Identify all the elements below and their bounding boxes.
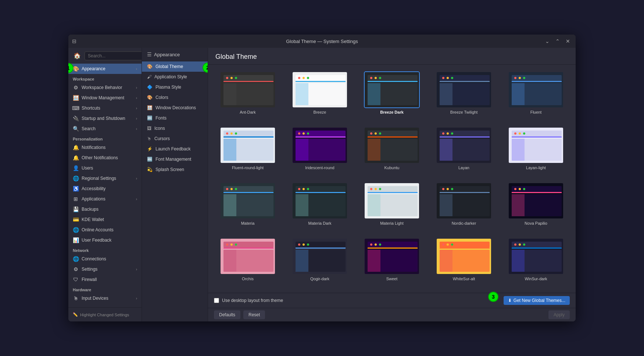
middle-item-font-management[interactable]: 🔤 Font Management <box>142 154 208 164</box>
sidebar-item-appearance[interactable]: 🎨 Appearance › 1 <box>68 64 142 74</box>
sidebar-item-label: KDE Wallet <box>82 217 104 222</box>
font-mgmt-icon: 🔤 <box>147 157 153 162</box>
svg-rect-76 <box>512 139 525 161</box>
sidebar-item-startup-shutdown[interactable]: 🔌 Startup and Shutdown › <box>68 113 142 124</box>
theme-card-orchis[interactable]: Orchis <box>214 236 282 288</box>
sidebar-item-other-notifications[interactable]: 🔔 Other Notifications <box>68 153 142 163</box>
theme-card-fluent-round-light[interactable]: Fluent-round-light <box>214 125 282 177</box>
theme-thumbnail-breeze-twilight <box>436 71 492 108</box>
sidebar-item-backups[interactable]: 💾 Backups <box>68 204 142 214</box>
middle-item-application-style[interactable]: 🖌 Application Style <box>142 72 208 82</box>
hardware-section-header: Hardware <box>68 285 142 293</box>
sidebar-item-regional-settings[interactable]: 🌐 Regional Settings › <box>68 173 142 184</box>
sidebar-item-kde-wallet[interactable]: 💳 KDE Wallet <box>68 214 142 225</box>
chevron-icon: › <box>136 86 137 90</box>
theme-name-fluent-round-light: Fluent-round-light <box>232 165 264 170</box>
svg-rect-74 <box>512 136 562 138</box>
input-devices-icon: 🖱 <box>73 295 79 301</box>
sidebar-item-accessibility[interactable]: ♿ Accessibility <box>68 184 142 194</box>
accessibility-icon: ♿ <box>73 186 79 192</box>
sidebar-item-shortcuts[interactable]: ⌨ Shortcuts › <box>68 103 142 113</box>
svg-point-117 <box>514 188 516 190</box>
middle-item-icons[interactable]: 🖼 Icons <box>142 123 208 134</box>
svg-point-126 <box>230 243 233 246</box>
theme-card-nova-papilio[interactable]: Nova Papilio <box>502 181 570 232</box>
theme-card-layan[interactable]: Layan <box>430 125 498 177</box>
theme-card-kubuntu[interactable]: Kubuntu <box>358 125 426 177</box>
theme-thumbnail-winsur-dark <box>508 238 564 275</box>
sidebar-item-label: Users <box>82 165 93 171</box>
fonts-icon: 🔤 <box>147 115 153 121</box>
sidebar-item-settings[interactable]: ⚙ Settings › <box>68 264 142 274</box>
middle-item-cursors[interactable]: 🖱 Cursors <box>142 134 208 144</box>
theme-card-breeze-dark[interactable]: Breeze Dark <box>358 70 426 121</box>
theme-card-sweet[interactable]: Sweet <box>358 236 426 288</box>
desktop-layout-checkbox[interactable] <box>214 298 219 303</box>
sidebar-item-firewall[interactable]: 🛡 Firewall <box>68 274 142 285</box>
svg-rect-140 <box>368 250 380 272</box>
svg-rect-50 <box>296 136 346 138</box>
svg-point-85 <box>226 188 228 190</box>
svg-point-21 <box>370 77 372 79</box>
sidebar-item-window-management[interactable]: 🪟 Window Management › <box>68 93 142 103</box>
svg-point-133 <box>298 243 300 246</box>
reset-button[interactable]: Reset <box>243 310 265 319</box>
svg-rect-58 <box>368 136 418 138</box>
sidebar-item-connections[interactable]: 🌐 Connections <box>68 254 142 264</box>
svg-point-45 <box>226 132 228 135</box>
theme-card-nordic-darker[interactable]: Nordic-darker <box>430 181 498 232</box>
middle-item-plasma-style[interactable]: 🔷 Plasma Style <box>142 82 208 92</box>
search-input[interactable] <box>85 51 142 60</box>
defaults-button[interactable]: Defaults <box>214 310 240 319</box>
theme-card-layan-light[interactable]: Layan-light <box>502 125 570 177</box>
sidebar-item-workspace-behavior[interactable]: ⚙ Workspace Behavior › <box>68 82 142 93</box>
desktop-layout-label: Use desktop layout from theme <box>222 298 501 303</box>
sidebar-item-online-accounts[interactable]: 🌐 Online Accounts <box>68 225 142 235</box>
sidebar: 🏠 🎨 Appearance › 1 Workspace ⚙ Workspace… <box>68 48 142 321</box>
apply-button[interactable]: Apply <box>548 310 570 319</box>
middle-item-fonts[interactable]: 🔤 Fonts <box>142 113 208 123</box>
home-button[interactable]: 🏠 <box>72 51 82 61</box>
settings-icon: ⚙ <box>73 266 79 272</box>
connections-icon: 🌐 <box>73 256 79 262</box>
theme-card-ant-dark[interactable]: Ant-Dark <box>214 70 282 121</box>
middle-item-splash-screen[interactable]: 💫 Splash Screen <box>142 164 208 175</box>
svg-point-102 <box>375 188 377 190</box>
minimize-button[interactable]: ⌄ <box>543 38 551 45</box>
sidebar-item-input-devices[interactable]: 🖱 Input Devices › <box>68 293 142 303</box>
main-title: Global Theme <box>215 53 568 61</box>
theme-card-breeze[interactable]: Breeze <box>286 70 354 121</box>
maximize-button[interactable]: ⌃ <box>554 38 562 45</box>
theme-card-materia-dark[interactable]: Materia Dark <box>286 181 354 232</box>
theme-card-whitesur-alt[interactable]: WhiteSur-alt <box>430 236 498 288</box>
theme-card-winsur-dark[interactable]: WinSur-dark <box>502 236 570 288</box>
theme-card-qogir-dark[interactable]: Qogir-dark <box>286 236 354 288</box>
user-feedback-icon: 📊 <box>73 237 79 243</box>
sidebar-item-users[interactable]: 👤 Users <box>68 163 142 173</box>
theme-thumbnail-layan <box>436 127 492 164</box>
middle-item-global-theme[interactable]: 🎨 Global Theme <box>142 61 208 72</box>
middle-item-colors[interactable]: 🎨 Colors <box>142 92 208 103</box>
svg-rect-28 <box>440 83 452 105</box>
theme-name-winsur-dark: WinSur-dark <box>525 277 547 281</box>
middle-item-label: Icons <box>154 126 165 131</box>
chevron-icon: › <box>136 67 137 71</box>
theme-card-iridescent-round[interactable]: Iridescent-round <box>286 125 354 177</box>
close-button[interactable]: ✕ <box>564 38 572 45</box>
theme-card-materia-light[interactable]: Materia Light <box>358 181 426 232</box>
svg-point-95 <box>307 188 309 190</box>
sidebar-item-applications[interactable]: ⊞ Applications › <box>68 194 142 204</box>
sidebar-item-notifications[interactable]: 🔔 Notifications <box>68 142 142 153</box>
get-new-themes-button[interactable]: ⬇ Get New Global Themes... <box>504 296 570 305</box>
sidebar-item-user-feedback[interactable]: 📊 User Feedback <box>68 235 142 245</box>
svg-rect-116 <box>512 194 525 216</box>
sidebar-item-search[interactable]: 🔍 Search › <box>68 124 142 134</box>
middle-item-launch-feedback[interactable]: ⚡ Launch Feedback <box>142 144 208 154</box>
middle-item-window-decorations[interactable]: 🪟 Window Decorations <box>142 103 208 113</box>
theme-card-fluent[interactable]: Fluent <box>502 70 570 121</box>
theme-card-breeze-twilight[interactable]: Breeze Twilight <box>430 70 498 121</box>
svg-point-111 <box>451 188 453 190</box>
svg-rect-18 <box>368 81 418 82</box>
theme-card-materia[interactable]: Materia <box>214 181 282 232</box>
chevron-icon: › <box>136 106 137 110</box>
